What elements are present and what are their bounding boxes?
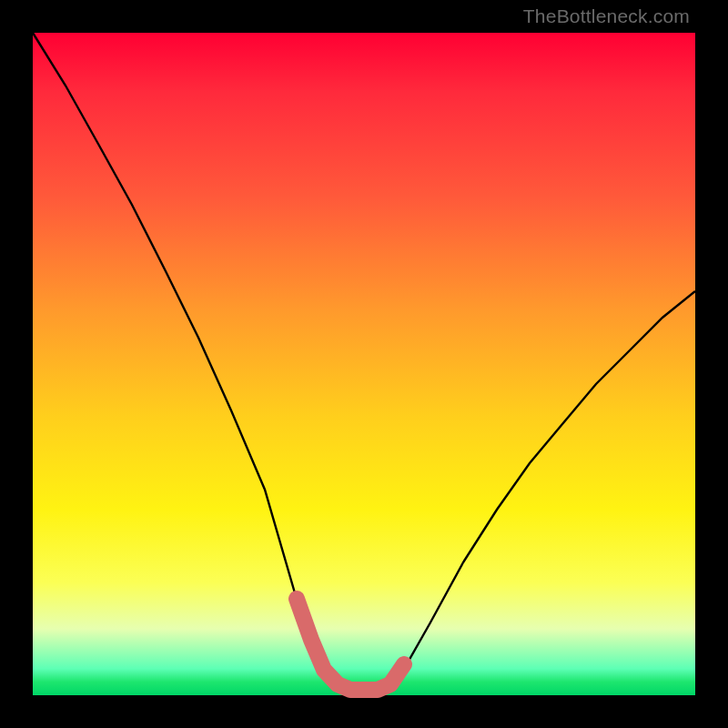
plot-area bbox=[33, 33, 695, 695]
bottleneck-curve bbox=[33, 33, 695, 695]
chart-frame: TheBottleneck.com bbox=[0, 0, 728, 728]
watermark-text: TheBottleneck.com bbox=[523, 5, 690, 27]
curves-layer bbox=[33, 33, 695, 695]
ideal-range-overlay bbox=[297, 599, 404, 690]
